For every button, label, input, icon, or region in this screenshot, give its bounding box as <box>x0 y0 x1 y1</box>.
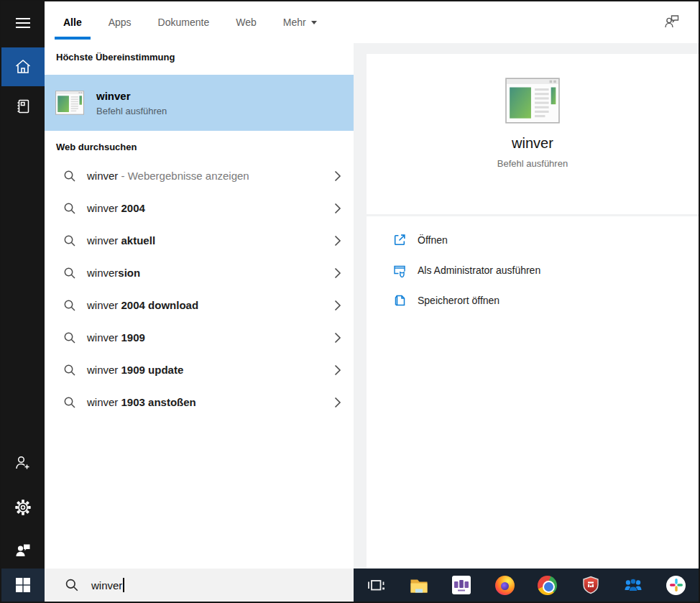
suggestion-text: winver 2004 <box>87 202 145 214</box>
details-pane: winver Befehl ausführen Öffnen Als Admin… <box>354 43 700 569</box>
firefox-button[interactable] <box>494 574 515 596</box>
suggestion-text: winver aktuell <box>87 234 155 247</box>
journal-icon <box>14 98 32 115</box>
chevron-right-icon[interactable] <box>334 267 341 282</box>
sidebar-item-add-account[interactable] <box>1 446 45 480</box>
best-match-result[interactable]: winver Befehl ausführen <box>45 75 354 131</box>
results-panel: Höchste Übereinstimmung winver Befehl au… <box>45 43 354 569</box>
chevron-right-icon[interactable] <box>334 364 341 379</box>
open-icon <box>392 233 407 247</box>
settings-gear-icon <box>14 498 32 517</box>
search-icon <box>63 170 76 183</box>
best-match-text: winver Befehl ausführen <box>96 90 167 116</box>
user-feedback-button[interactable] <box>663 12 681 34</box>
suggestion-text: winver 1909 <box>87 331 145 344</box>
actions-card: Öffnen Als Administrator ausführen Speic… <box>367 216 699 569</box>
winver-app-icon <box>55 91 84 115</box>
suggestion-text: winver 1909 update <box>87 364 183 376</box>
search-input[interactable]: winver <box>45 569 354 602</box>
search-icon <box>65 578 79 592</box>
suggestion-text: winver - Webergebnisse anzeigen <box>87 170 249 182</box>
file-explorer-icon <box>409 575 429 595</box>
tab-label: Apps <box>109 17 132 28</box>
tab-apps[interactable]: Apps <box>109 17 132 28</box>
feedback-icon <box>14 541 32 560</box>
action-open[interactable]: Öffnen <box>367 225 699 255</box>
web-suggestion-row[interactable]: winver - Webergebnisse anzeigen <box>45 160 354 192</box>
task-view-button[interactable] <box>365 574 387 596</box>
add-user-icon <box>14 454 32 472</box>
menu-icon <box>14 14 32 32</box>
sidebar-item-journal[interactable] <box>1 89 45 124</box>
firefox-icon <box>495 576 515 595</box>
chevron-right-icon[interactable] <box>334 170 341 185</box>
chevron-right-icon[interactable] <box>334 235 341 249</box>
user-feedback-icon <box>663 12 681 31</box>
tab-label: Web <box>236 17 257 28</box>
chevron-right-icon[interactable] <box>334 203 341 217</box>
web-search-header: Web durchsuchen <box>56 142 137 152</box>
action-open-file-location[interactable]: Speicherort öffnen <box>367 285 699 316</box>
text-caret <box>123 578 124 592</box>
search-icon <box>63 396 76 409</box>
action-run-as-admin[interactable]: Als Administrator ausführen <box>367 255 699 285</box>
security-shield-icon <box>581 576 600 594</box>
web-suggestion-row[interactable]: winver 1903 anstoßen <box>45 386 354 418</box>
tab-label: Mehr <box>283 17 306 28</box>
windows-start-icon <box>15 577 31 593</box>
action-label: Öffnen <box>418 234 448 246</box>
slack-button[interactable] <box>666 574 687 596</box>
web-suggestion-row[interactable]: winver 1909 update <box>45 354 354 386</box>
search-icon <box>63 299 76 312</box>
search-icon <box>63 364 76 377</box>
bottom-bar: winver <box>1 569 699 602</box>
tab-label: Dokumente <box>158 17 210 28</box>
search-filter-bar: Alle Apps Dokumente Web Mehr <box>45 1 699 43</box>
best-match-subtitle: Befehl ausführen <box>96 106 167 116</box>
details-card: winver Befehl ausführen <box>367 54 699 214</box>
sidebar-item-feedback[interactable] <box>1 533 45 568</box>
start-button[interactable] <box>1 569 45 602</box>
web-suggestion-row[interactable]: winversion <box>45 257 354 289</box>
notes-app-button[interactable] <box>622 574 644 596</box>
security-app-button[interactable] <box>580 574 602 596</box>
purple-app-icon <box>452 576 471 594</box>
web-suggestion-row[interactable]: winver aktuell <box>45 224 354 257</box>
sidebar <box>1 1 45 569</box>
search-icon <box>63 331 76 344</box>
tab-alle[interactable]: Alle <box>63 17 82 28</box>
slack-icon <box>666 576 686 595</box>
chevron-right-icon[interactable] <box>334 300 341 314</box>
home-icon <box>14 57 32 76</box>
tab-label: Alle <box>63 17 82 28</box>
purple-app-button[interactable] <box>451 574 472 596</box>
sidebar-item-settings[interactable] <box>1 490 45 525</box>
web-suggestion-row[interactable]: winver 2004 <box>45 192 354 224</box>
chrome-button[interactable] <box>537 574 558 596</box>
best-match-title: winver <box>96 90 167 102</box>
tabs: Alle Apps Dokumente Web Mehr <box>45 1 699 43</box>
search-icon <box>63 234 76 247</box>
menu-button[interactable] <box>1 6 45 40</box>
task-view-icon <box>366 575 386 595</box>
best-match-header: Höchste Übereinstimmung <box>56 52 175 63</box>
web-suggestion-row[interactable]: winver 2004 download <box>45 289 354 321</box>
file-explorer-button[interactable] <box>408 574 430 596</box>
action-label: Als Administrator ausführen <box>418 264 540 276</box>
details-subtitle: Befehl ausführen <box>367 158 699 169</box>
tab-dokumente[interactable]: Dokumente <box>158 17 210 28</box>
tab-web[interactable]: Web <box>236 17 257 28</box>
sidebar-item-home[interactable] <box>1 47 45 86</box>
tab-mehr[interactable]: Mehr <box>283 17 317 28</box>
chevron-right-icon[interactable] <box>334 397 341 411</box>
action-label: Speicherort öffnen <box>418 295 499 306</box>
chevron-right-icon[interactable] <box>334 332 341 346</box>
suggestion-text: winver 2004 download <box>87 299 198 311</box>
web-suggestion-row[interactable]: winver 1909 <box>45 321 354 354</box>
notes-people-icon <box>623 575 643 595</box>
chrome-icon <box>538 576 557 595</box>
search-icon <box>63 202 76 215</box>
suggestion-text: winversion <box>87 267 140 279</box>
winver-app-icon <box>505 78 560 126</box>
windows-search-window: Alle Apps Dokumente Web Mehr Höchste Übe… <box>0 0 700 603</box>
